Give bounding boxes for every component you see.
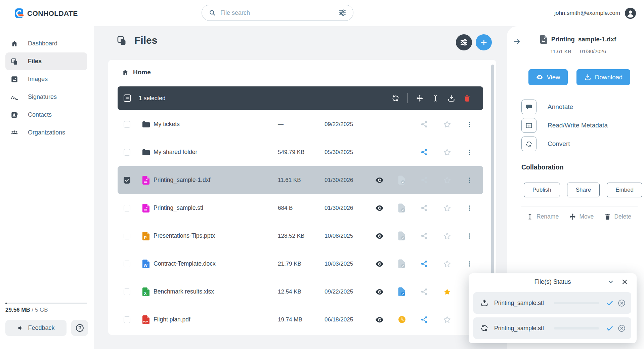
file-date: 01/30/2026 [325,205,368,211]
selected-file-size: 11.61 KB [550,48,571,54]
download-icon[interactable] [447,94,455,102]
download-button[interactable]: Download [576,69,630,85]
star-icon[interactable] [443,232,451,240]
file-status-icon[interactable] [398,259,406,268]
star-icon[interactable] [443,120,451,128]
row-checkbox[interactable] [124,205,130,211]
file-row[interactable]: PDF Flight plan.pdf 19.74 MB 06/18/2025 [118,306,483,334]
star-icon[interactable] [443,288,451,296]
annotate-action[interactable]: Annotate [521,100,639,114]
move-icon[interactable] [416,94,424,102]
help-button[interactable] [71,320,88,336]
file-status-icon[interactable] [398,203,406,212]
file-row[interactable]: My shared folder 549.79 KB 05/30/2025 [118,138,483,166]
file-row[interactable]: P Presentations-Tips.pptx 128.52 KB 10/0… [118,222,483,250]
row-checkbox[interactable] [124,233,130,239]
file-status-icon[interactable] [398,231,406,240]
breadcrumb[interactable]: Home [122,69,151,76]
row-checkbox[interactable] [124,121,130,128]
file-name[interactable]: Benchmark results.xlsx [154,288,278,295]
close-popup-button[interactable] [620,277,629,286]
embed-button[interactable]: Embed [607,183,642,197]
user-avatar-icon[interactable] [625,8,636,19]
sidebar-item-signatures[interactable]: Signatures [5,88,87,106]
row-menu-icon[interactable] [466,260,473,268]
star-icon[interactable] [443,176,451,184]
publish-button[interactable]: Publish [524,183,560,197]
row-checkbox[interactable] [124,177,130,184]
delete-action[interactable]: Delete [604,213,631,220]
brand-logo[interactable]: CONHOLDATE [15,8,78,18]
file-name[interactable]: Contract-Template.docx [154,260,278,267]
cancel-icon[interactable] [617,324,626,333]
star-icon[interactable] [443,316,451,324]
file-name[interactable]: Flight plan.pdf [154,316,278,323]
file-status-icon[interactable] [398,176,406,185]
add-file-button[interactable] [476,34,492,50]
search-bar[interactable] [202,5,353,21]
share-icon[interactable] [421,288,428,296]
file-name[interactable]: My shared folder [154,149,278,156]
file-status-icon[interactable] [398,287,406,296]
file-status-icon[interactable] [398,315,406,324]
file-row[interactable]: Printing_sample-1.dxf 11.61 KB 01/30/202… [118,166,483,194]
row-menu-icon[interactable] [466,232,473,240]
star-icon[interactable] [443,260,451,268]
star-icon[interactable] [443,204,451,212]
file-row[interactable]: My tickets — 09/22/2025 [118,110,483,138]
select-all-checkbox[interactable] [124,94,131,102]
preview-icon[interactable] [375,287,384,296]
list-settings-button[interactable] [456,34,472,50]
row-menu-icon[interactable] [466,121,473,128]
file-name[interactable]: Presentations-Tips.pptx [154,232,278,239]
file-row[interactable]: X Benchmark results.xlsx 12.54 KB 09/22/… [118,278,483,306]
share-icon[interactable] [421,176,428,184]
sidebar-item-contacts[interactable]: Contacts [5,106,87,124]
rename-icon[interactable] [432,94,439,102]
search-filter-icon[interactable] [338,9,346,17]
star-icon[interactable] [443,148,451,156]
rename-action[interactable]: Rename [526,213,559,220]
collapse-popup-button[interactable] [606,277,616,286]
preview-icon[interactable] [375,204,384,212]
file-row[interactable]: W Contract-Template.docx 21.79 KB 10/03/… [118,250,483,278]
row-menu-icon[interactable] [466,177,473,184]
row-checkbox[interactable] [124,288,130,295]
sidebar-item-images[interactable]: Images [5,70,87,88]
sidebar-item-files[interactable]: Files [5,52,87,70]
preview-icon[interactable] [375,315,384,324]
preview-icon[interactable] [375,176,384,185]
file-name[interactable]: Printing_sample-1.dxf [154,177,278,184]
row-checkbox[interactable] [124,261,130,267]
cancel-icon[interactable] [617,299,626,307]
share-icon[interactable] [421,316,428,323]
share-icon[interactable] [421,260,428,268]
preview-icon[interactable] [375,260,384,268]
sidebar-item-organizations[interactable]: Organizations [5,124,87,142]
move-label: Move [579,213,594,220]
file-name[interactable]: My tickets [154,121,278,128]
row-checkbox[interactable] [124,316,130,323]
metadata-action[interactable]: Read/Write Metadata [521,118,639,133]
share-icon[interactable] [421,204,428,212]
share-icon[interactable] [421,148,428,156]
delete-icon[interactable] [463,94,471,102]
search-input[interactable] [220,9,334,16]
preview-icon[interactable] [375,232,384,240]
view-button[interactable]: View [528,69,568,85]
sync-icon[interactable] [392,94,399,102]
move-action[interactable]: Move [569,213,594,220]
share-button[interactable]: Share [567,183,600,197]
row-menu-icon[interactable] [466,204,473,212]
row-menu-icon[interactable] [466,149,473,156]
file-name[interactable]: Printing_sample.stl [154,204,278,211]
convert-action[interactable]: Convert [521,137,639,151]
file-type-icon: W [142,260,151,268]
storage-usage-bar [5,303,87,304]
share-icon[interactable] [421,232,428,240]
feedback-button[interactable]: Feedback [5,320,67,336]
share-icon[interactable] [421,120,428,128]
row-checkbox[interactable] [124,149,130,156]
file-row[interactable]: Printing_sample.stl 684 B 01/30/2026 [118,194,483,222]
sidebar-item-dashboard[interactable]: Dashboard [5,35,87,52]
